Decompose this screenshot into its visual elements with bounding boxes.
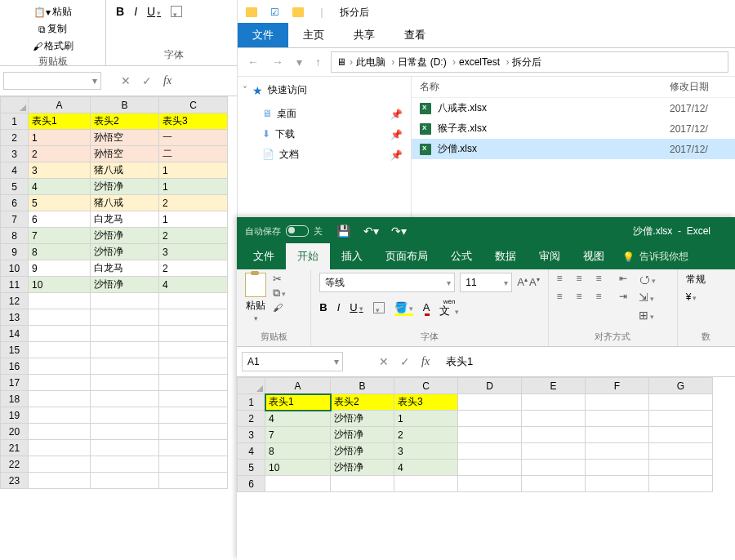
cell[interactable]: 沙悟净 <box>331 460 394 476</box>
cell[interactable]: 沙悟净 <box>331 443 394 460</box>
cell[interactable] <box>649 394 713 411</box>
cell[interactable] <box>91 358 159 375</box>
col-header-C[interactable]: C <box>159 97 228 113</box>
cell[interactable] <box>159 326 228 342</box>
bold-button-r[interactable]: B <box>319 301 327 313</box>
cell[interactable] <box>91 407 159 424</box>
phonetic-icon[interactable]: wén文 <box>439 299 459 316</box>
cell[interactable]: 孙悟空 <box>91 130 159 146</box>
cell[interactable]: 4 <box>159 277 228 293</box>
enter-formula-icon[interactable]: ✓ <box>142 74 152 87</box>
pin-icon[interactable]: 📌 <box>390 149 403 161</box>
cell[interactable]: 1 <box>159 162 228 179</box>
ribbon-tab[interactable]: 数据 <box>483 243 528 269</box>
cell[interactable]: 沙悟净 <box>91 228 159 244</box>
cell[interactable]: 8 <box>265 443 331 460</box>
nav-forward-icon[interactable]: → <box>269 56 287 69</box>
cell[interactable]: 一 <box>159 130 228 146</box>
cell[interactable] <box>458 411 522 427</box>
cell[interactable] <box>29 473 91 489</box>
border-button-r[interactable] <box>373 302 385 313</box>
row-header[interactable]: 3 <box>238 427 265 443</box>
explorer-titlebar[interactable]: ☑ ｜ 拆分后 <box>238 0 735 24</box>
cell[interactable] <box>458 476 522 492</box>
row-header[interactable]: 21 <box>1 440 29 456</box>
crumb-3[interactable]: 拆分后 <box>512 56 545 69</box>
cell[interactable] <box>522 443 586 460</box>
cell[interactable] <box>586 443 649 460</box>
quick-access-header[interactable]: ˅ ★ 快速访问 <box>243 83 406 97</box>
row-header[interactable]: 4 <box>1 162 29 179</box>
cell[interactable] <box>159 424 228 440</box>
decrease-indent-icon[interactable]: ⇤ <box>619 273 627 284</box>
cell[interactable] <box>29 375 91 391</box>
row-header[interactable]: 3 <box>1 146 29 162</box>
cell[interactable] <box>458 427 522 443</box>
cell[interactable] <box>649 476 713 492</box>
ribbon-tab[interactable]: 视图 <box>572 243 616 269</box>
cell[interactable] <box>522 476 586 492</box>
col-header-B[interactable]: B <box>91 97 159 113</box>
cell[interactable]: 4 <box>394 460 458 476</box>
cell[interactable] <box>522 394 586 411</box>
brush-icon[interactable]: 🖌 <box>33 41 42 52</box>
row-header[interactable]: 7 <box>1 211 29 228</box>
underline-button[interactable]: U <box>147 5 161 18</box>
cell[interactable] <box>91 391 159 407</box>
tell-me[interactable]: 💡 告诉我你想 <box>622 244 688 269</box>
cell[interactable] <box>29 424 91 440</box>
cell[interactable]: 8 <box>29 244 91 260</box>
cell[interactable]: 1 <box>159 211 228 228</box>
align-buttons[interactable]: ≡ ≡ ≡ ≡ ≡ ≡ <box>557 273 611 322</box>
cell[interactable] <box>458 394 522 411</box>
brush-label[interactable]: 格式刷 <box>44 39 74 53</box>
merge-icon[interactable]: ⊞ <box>639 309 656 322</box>
qat-checkbox-icon[interactable]: ☑ <box>270 7 279 18</box>
wrap-text-icon[interactable]: ⇲ <box>639 291 656 304</box>
pin-icon[interactable]: 📌 <box>390 109 403 120</box>
row-header[interactable]: 22 <box>1 456 29 473</box>
border-button[interactable] <box>171 6 182 17</box>
cell[interactable]: 3 <box>29 162 91 179</box>
cell[interactable]: 表头3 <box>159 113 228 130</box>
cell[interactable]: 孙悟空 <box>91 146 159 162</box>
sidebar-item-quickaccess[interactable]: 📄文档📌 <box>243 144 406 165</box>
row-header[interactable]: 11 <box>1 277 29 293</box>
formula-bar-value[interactable]: 表头1 <box>446 354 473 369</box>
cell-active[interactable]: 表头1 <box>265 394 331 411</box>
cell[interactable]: 2 <box>159 260 228 277</box>
cell[interactable] <box>458 460 522 476</box>
crumb-1[interactable]: 日常盘 (D:) <box>398 56 456 69</box>
undo-icon[interactable]: ↶▾ <box>363 224 378 238</box>
cell[interactable] <box>159 456 228 473</box>
cell[interactable] <box>159 440 228 456</box>
cell[interactable]: 2 <box>29 146 91 162</box>
file-item[interactable]: 沙僧.xlsx 2017/12/ <box>412 139 735 159</box>
cell[interactable] <box>159 473 228 489</box>
col-header-rC[interactable]: C <box>394 378 458 394</box>
cell[interactable]: 猪八戒 <box>91 195 159 211</box>
breadcrumb[interactable]: 🖥 › 此电脑 日常盘 (D:) excelTest 拆分后 <box>331 51 728 73</box>
explorer-file-list[interactable]: 名称 修改日期 八戒表.xlsx 2017/12/ 猴子表.xlsx 2017/… <box>412 77 735 219</box>
cell[interactable]: 表头1 <box>29 113 91 130</box>
tab-home[interactable]: 主页 <box>288 23 339 47</box>
cell[interactable] <box>159 358 228 375</box>
cell[interactable] <box>586 460 649 476</box>
currency-icon[interactable]: ¥ <box>686 291 727 303</box>
cell[interactable] <box>91 456 159 473</box>
copy-label[interactable]: 复制 <box>47 22 67 36</box>
cell[interactable]: 4 <box>265 411 331 427</box>
cell[interactable]: 沙悟净 <box>331 411 394 427</box>
cell[interactable] <box>159 293 228 309</box>
sidebar-item-quickaccess[interactable]: ⬇下载📌 <box>243 124 406 144</box>
row-header[interactable]: 12 <box>1 293 29 309</box>
align-left-icon[interactable]: ≡ <box>557 291 572 305</box>
cell[interactable] <box>522 427 586 443</box>
cell[interactable] <box>522 411 586 427</box>
row-header[interactable]: 4 <box>238 443 265 460</box>
cancel-formula-icon[interactable]: ✕ <box>121 74 131 87</box>
cancel-formula-icon-r[interactable]: ✕ <box>379 355 389 368</box>
col-header-rA[interactable]: A <box>265 378 331 394</box>
row-header[interactable]: 19 <box>1 407 29 424</box>
cell[interactable] <box>522 460 586 476</box>
